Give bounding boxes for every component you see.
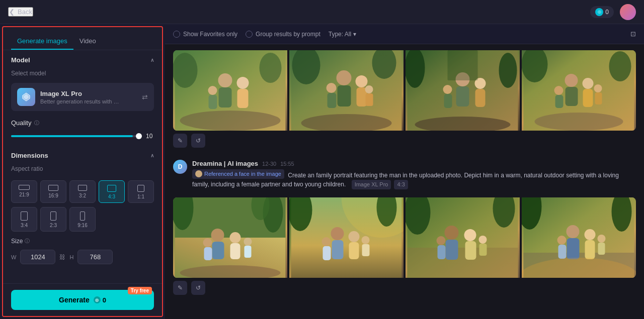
credits-badge: ◎ 0 (590, 6, 614, 18)
image-cell-2-2[interactable] (289, 197, 404, 278)
back-label: Back (18, 8, 32, 16)
model-card[interactable]: Image XL Pro Better generation results w… (11, 83, 154, 111)
svg-point-16 (173, 53, 198, 88)
aspect-ratio-label: Aspect ratio (3, 163, 162, 176)
svg-point-12 (237, 77, 249, 89)
quality-info-icon[interactable]: ⓘ (34, 120, 39, 127)
edit-icon-btn-1[interactable]: ✎ (173, 134, 187, 148)
show-favorites-toggle[interactable]: Show Favorites only (173, 31, 237, 38)
svg-rect-86 (438, 245, 446, 259)
face-ref-badge: Referenced a face in the image (192, 169, 284, 179)
avatar[interactable] (620, 4, 636, 20)
svg-rect-82 (446, 240, 458, 260)
image-grid-1 (173, 50, 636, 131)
image-cell-2-4[interactable] (522, 197, 636, 278)
svg-point-85 (437, 236, 446, 245)
dimensions-section-title: Dimensions (11, 152, 48, 159)
message-time: 15:55 (280, 161, 294, 167)
message-meta: Image XL Pro 4:3 (352, 180, 408, 189)
generate-credits-value: 0 (103, 296, 106, 304)
sidebar: Generate images Video Model ∧ Select mod… (2, 26, 163, 317)
svg-rect-46 (583, 89, 593, 107)
image-section-1: ✎ ↺ (165, 44, 644, 156)
dimensions-chevron-icon[interactable]: ∧ (150, 153, 154, 158)
svg-point-9 (180, 111, 281, 131)
content-toolbar: Show Favorites only Group results by pro… (165, 24, 644, 44)
svg-point-95 (585, 229, 596, 240)
svg-rect-11 (219, 87, 232, 108)
svg-point-26 (365, 85, 373, 93)
svg-point-81 (445, 226, 459, 240)
quality-slider-thumb[interactable] (136, 133, 142, 139)
ratio-9-16[interactable]: 9:16 (69, 207, 96, 232)
svg-point-73 (322, 237, 331, 246)
message-avatar: D (173, 160, 187, 174)
svg-rect-84 (465, 241, 476, 260)
svg-point-71 (349, 231, 360, 242)
svg-rect-74 (323, 246, 331, 260)
tab-generate-images[interactable]: Generate images (11, 33, 73, 50)
svg-point-45 (583, 78, 594, 89)
model-settings-icon[interactable]: ⇄ (142, 93, 148, 101)
credits-icon: ◎ (595, 8, 603, 16)
try-free-badge: Try free (128, 287, 152, 294)
image-cell-1-2[interactable] (289, 50, 404, 131)
image-cell-1-3[interactable] (406, 50, 520, 131)
svg-point-49 (594, 84, 602, 92)
content-area: Show Favorites only Group results by pro… (165, 24, 644, 319)
link-icon[interactable]: ⛓ (59, 254, 65, 261)
image-section-2: ✎ ↺ (165, 191, 644, 303)
svg-rect-37 (444, 94, 452, 108)
edit-icon-btn-2[interactable]: ✎ (173, 281, 187, 295)
message-sender: Dreamina | AI images (192, 160, 258, 167)
refresh-icon-btn-2[interactable]: ↺ (191, 281, 205, 295)
image-cell-2-1[interactable] (173, 197, 287, 278)
model-chevron-icon[interactable]: ∧ (150, 57, 154, 63)
ratio-4-3[interactable]: 4:3 (99, 180, 125, 203)
ratio-21-9[interactable]: 21:9 (11, 180, 37, 203)
image-cell-1-1[interactable] (173, 50, 287, 131)
ratio-16-9[interactable]: 16:9 (40, 180, 66, 203)
svg-point-36 (443, 85, 452, 94)
ratio-2-3[interactable]: 2:3 (40, 207, 66, 232)
svg-point-87 (479, 236, 487, 244)
height-label: H (69, 254, 73, 260)
refresh-icon-btn-1[interactable]: ↺ (191, 134, 205, 148)
size-info-icon[interactable]: ⓘ (25, 238, 30, 245)
svg-rect-4 (138, 185, 144, 192)
show-favorites-label: Show Favorites only (183, 31, 237, 38)
svg-rect-63 (245, 246, 252, 258)
model-icon (17, 88, 35, 106)
svg-point-69 (331, 227, 344, 240)
svg-rect-100 (598, 243, 605, 255)
group-results-label: Group results by prompt (256, 31, 320, 38)
svg-rect-7 (80, 212, 85, 221)
width-input[interactable] (20, 250, 55, 264)
type-dropdown[interactable]: Type: All ▾ (329, 31, 356, 38)
height-input[interactable] (77, 250, 113, 264)
ratio-3-2[interactable]: 3:2 (69, 180, 96, 203)
main-layout: Generate images Video Model ∧ Select mod… (0, 24, 644, 319)
svg-rect-61 (204, 247, 212, 260)
quality-slider-track (11, 135, 142, 137)
svg-point-58 (230, 232, 241, 243)
model-section-header: Model ∧ (3, 50, 162, 68)
nav-right: ◎ 0 (590, 4, 636, 20)
svg-rect-5 (21, 212, 28, 221)
group-results-toggle[interactable]: Group results by prompt (246, 31, 320, 38)
tab-video[interactable]: Video (73, 33, 102, 50)
svg-point-42 (535, 113, 623, 131)
save-icon[interactable]: ⊡ (630, 30, 636, 38)
svg-point-75 (362, 236, 370, 244)
image-cell-1-4[interactable] (522, 50, 636, 131)
back-button[interactable]: ❮ Back (8, 7, 33, 17)
svg-rect-1 (49, 185, 58, 191)
svg-rect-96 (585, 240, 595, 259)
image-cell-2-3[interactable] (406, 197, 520, 278)
ratio-3-4[interactable]: 3:4 (11, 207, 37, 232)
back-chevron-icon: ❮ (9, 8, 15, 16)
ratio-1-1[interactable]: 1:1 (128, 180, 154, 203)
svg-rect-0 (19, 185, 30, 190)
quality-slider-fill (11, 135, 133, 137)
image-grid-2 (173, 197, 636, 278)
